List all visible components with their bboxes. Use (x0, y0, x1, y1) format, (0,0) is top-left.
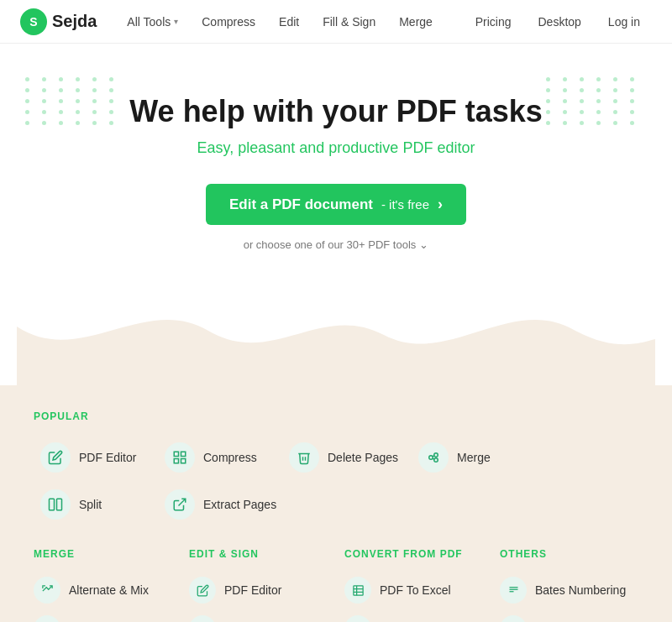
hero-section: We help with your PDF tasks Easy, pleasa… (0, 44, 672, 385)
merge-label: Merge (457, 451, 491, 464)
popular-section: POPULAR PDF Editor Compress (34, 410, 638, 523)
pdf-editor-icon (40, 442, 71, 473)
nav-pricing-label: Pricing (475, 15, 512, 29)
cta-free-text: - it's free (381, 197, 429, 212)
alternate-mix-icon (34, 577, 60, 604)
svg-line-11 (179, 499, 186, 505)
categories-row: MERGE Alternate & Mix Merge Organize (34, 548, 638, 622)
cat-item-alternate-mix[interactable]: Alternate & Mix (34, 573, 172, 607)
alternate-mix-label: Alternate & Mix (69, 583, 149, 597)
tool-extract-pages[interactable]: Extract Pages (158, 486, 283, 523)
convert-title: CONVERT FROM PDF (344, 548, 483, 560)
pdf-jpg-icon (344, 615, 371, 622)
delete-pages-label: Delete Pages (328, 451, 398, 464)
merge-category-title: MERGE (34, 548, 172, 560)
nav-label-compress: Compress (202, 15, 255, 29)
nav-desktop[interactable]: Desktop (526, 10, 592, 34)
tools-link[interactable]: or choose one of our 30+ PDF tools ⌄ (17, 238, 655, 251)
extract-pages-icon (165, 489, 195, 520)
svg-rect-25 (353, 585, 362, 594)
crop-icon (500, 615, 527, 622)
svg-rect-0 (174, 452, 178, 456)
extract-pages-label: Extract Pages (203, 498, 276, 511)
nav-pricing[interactable]: Pricing (464, 10, 523, 34)
cat-pdf-editor-icon (189, 577, 216, 604)
tool-delete-pages[interactable]: Delete Pages (282, 439, 405, 476)
svg-point-4 (429, 456, 433, 460)
svg-rect-10 (57, 499, 62, 510)
split-label: Split (79, 498, 102, 511)
bates-label: Bates Numbering (535, 583, 626, 597)
edit-sign-title: EDIT & SIGN (189, 548, 328, 560)
merge-icon (418, 442, 449, 473)
navbar: S Sejda All Tools ▾ Compress Edit Fill &… (0, 0, 672, 44)
popular-title: POPULAR (34, 410, 638, 422)
nav-label-all-tools: All Tools (127, 15, 171, 29)
cat-item-merge[interactable]: Merge (34, 612, 172, 622)
nav-item-all-tools[interactable]: All Tools ▾ (117, 10, 188, 34)
hero-wave (17, 276, 655, 385)
cat-item-fill-sign[interactable]: Fill & Sign (189, 612, 328, 622)
pdf-excel-label: PDF To Excel (380, 583, 451, 597)
tool-compress[interactable]: Compress (158, 439, 276, 476)
category-edit-sign: EDIT & SIGN PDF Editor Fill & Sign Creat… (189, 548, 328, 622)
split-icon (40, 489, 71, 520)
nav-login[interactable]: Log in (596, 10, 652, 34)
category-others: OTHERS Bates Numbering Crop Delete Pages (500, 548, 638, 622)
nav-item-compress[interactable]: Compress (192, 10, 265, 34)
svg-rect-9 (50, 499, 55, 510)
cat-item-pdf-excel[interactable]: PDF To Excel (344, 573, 483, 607)
category-merge: MERGE Alternate & Mix Merge Organize (34, 548, 172, 622)
compress-label: Compress (203, 451, 257, 464)
chevron-down-icon-tools: ⌄ (419, 238, 428, 251)
nav-label-merge: Merge (399, 15, 433, 29)
svg-line-8 (433, 458, 434, 459)
cat-item-bates[interactable]: Bates Numbering (500, 573, 638, 607)
tools-link-text: or choose one of our 30+ PDF tools (244, 238, 417, 251)
logo-text: Sejda (52, 12, 97, 31)
tools-section: POPULAR PDF Editor Compress (0, 385, 672, 622)
nav-label-fill-sign: Fill & Sign (323, 15, 375, 29)
svg-point-5 (434, 453, 438, 457)
edit-pdf-button[interactable]: Edit a PDF document - it's free › (206, 184, 466, 225)
nav-desktop-label: Desktop (538, 15, 580, 29)
cat-item-pdf-editor[interactable]: PDF Editor (189, 573, 328, 607)
logo-icon: S (20, 8, 47, 35)
others-title: OTHERS (500, 548, 638, 560)
bates-icon (500, 577, 527, 604)
delete-pages-icon (289, 442, 319, 473)
nav-item-merge[interactable]: Merge (389, 10, 443, 34)
nav-label-edit: Edit (279, 15, 299, 29)
fill-sign-icon (189, 615, 216, 622)
pdf-editor-label: PDF Editor (79, 451, 136, 464)
nav-item-fill-sign[interactable]: Fill & Sign (312, 10, 386, 34)
cat-merge-icon (34, 615, 60, 622)
chevron-down-icon: ▾ (174, 17, 178, 26)
arrow-right-icon: › (438, 196, 443, 213)
cat-item-pdf-jpg[interactable]: PDF To JPG (344, 612, 483, 622)
pdf-excel-icon (344, 577, 371, 604)
logo-link[interactable]: S Sejda (20, 8, 97, 35)
navbar-right: Pricing Desktop Log in (464, 10, 652, 34)
tool-merge[interactable]: Merge (412, 439, 529, 476)
cat-item-crop[interactable]: Crop (500, 612, 638, 622)
svg-rect-3 (181, 459, 186, 463)
category-convert: CONVERT FROM PDF PDF To Excel PDF To JPG… (344, 548, 483, 622)
nav-login-label: Log in (608, 15, 640, 29)
tool-split[interactable]: Split (34, 486, 151, 523)
svg-point-6 (434, 458, 438, 463)
svg-line-7 (433, 456, 434, 457)
svg-rect-1 (181, 452, 186, 456)
tool-pdf-editor[interactable]: PDF Editor (34, 439, 151, 476)
main-nav: All Tools ▾ Compress Edit Fill & Sign Me… (117, 10, 463, 34)
svg-rect-2 (174, 459, 178, 463)
nav-item-edit[interactable]: Edit (269, 10, 309, 34)
decorative-dots-left (25, 77, 126, 178)
cat-pdf-editor-label: PDF Editor (224, 583, 281, 597)
cta-main-text: Edit a PDF document (229, 196, 373, 213)
logo-letter: S (29, 15, 37, 29)
compress-icon (165, 442, 195, 473)
popular-tools-grid: PDF Editor Compress Delete Pages (34, 439, 638, 523)
decorative-dots-right (546, 77, 647, 178)
